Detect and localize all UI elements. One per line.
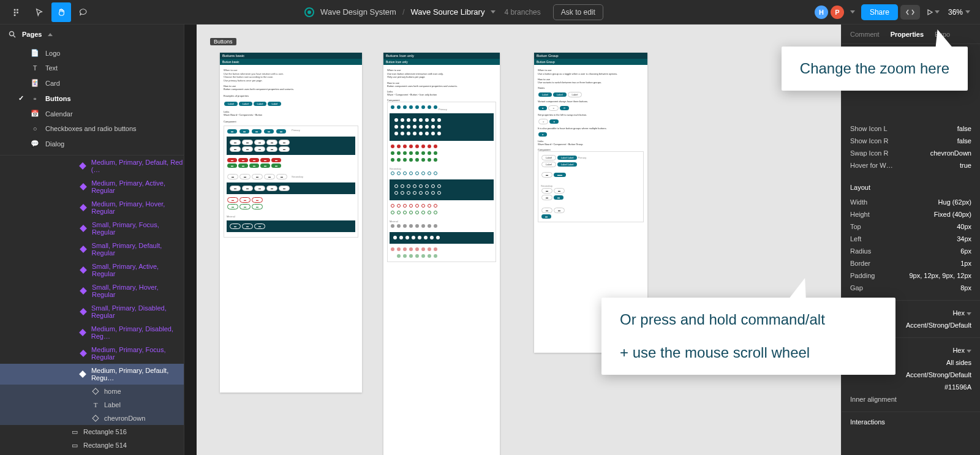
layer-row[interactable]: Medium, Primary, Default, Regu… (0, 364, 184, 385)
component-properties: Show Icon LfalseShow Icon RfalseSwap Ico… (842, 116, 980, 178)
layer-row[interactable]: Medium, Primary, Hover, Regular (0, 197, 184, 218)
property-row[interactable]: Show Icon Lfalse (850, 122, 971, 135)
page-item[interactable]: ✓▫Buttons (0, 91, 184, 106)
project-name[interactable]: Wave Design System (320, 7, 396, 17)
layout-section: Layout WidthHug (62px)HeightFixed (40px)… (842, 178, 980, 300)
page-item[interactable]: 📄Logo (0, 45, 184, 61)
layer-row[interactable]: TLabel (0, 398, 184, 412)
artboard-title: Buttons Icon only (383, 53, 500, 59)
share-button[interactable]: Share (861, 4, 898, 20)
page-list: 📄LogoTText🃏Card✓▫Buttons📅Calendar○Checkb… (0, 44, 184, 152)
hex-label[interactable]: Hex (952, 347, 965, 354)
artboard-buttons-icon[interactable]: Buttons Icon only Button Icon only When … (383, 53, 500, 455)
breadcrumb[interactable]: Wave Design System / Wave Source Library… (304, 4, 603, 20)
page-item[interactable]: 📅Calendar (0, 106, 184, 121)
layer-row[interactable]: Medium, Primary, Disabled, Reg… (0, 322, 184, 343)
section-title: Layout (850, 184, 971, 191)
layer-row[interactable]: chevronDown (0, 412, 184, 425)
property-row[interactable]: Radius6px (850, 245, 971, 257)
chevron-down-icon[interactable] (491, 10, 496, 13)
dev-mode-button[interactable] (900, 5, 920, 20)
color-value[interactable]: #11596A (944, 383, 971, 391)
interactions-section: Interactions (842, 412, 980, 437)
artboard-subtitle: Button Icon only (383, 59, 500, 65)
tooltip-text: + use the mouse scroll wheel (620, 344, 877, 361)
property-row[interactable]: Gap8px (850, 282, 971, 294)
comment-tool[interactable] (74, 2, 93, 22)
tooltip-text: Change the zoom here (800, 60, 949, 77)
page-item[interactable]: ○Checkboxes and radio buttons (0, 121, 184, 136)
page-item[interactable]: 🃏Card (0, 75, 184, 91)
artboard-buttons-basic[interactable]: Buttons basic Button basic When to useUs… (220, 53, 362, 393)
present-button[interactable] (922, 9, 943, 16)
tooltip-zoom: Change the zoom here (782, 47, 968, 91)
pages-header[interactable]: Pages (0, 24, 184, 44)
svg-rect-4 (17, 12, 18, 13)
svg-rect-0 (14, 9, 16, 10)
menu-button[interactable] (7, 2, 27, 22)
layer-row[interactable]: Small, Primary, Focus, Regular (0, 218, 184, 239)
tooltip-scroll: Or press and hold command/alt + use the … (601, 298, 895, 375)
layer-row[interactable]: Small, Primary, Disabled, Regular (0, 301, 184, 322)
layer-row[interactable]: Small, Primary, Hover, Regular (0, 280, 184, 301)
move-tool[interactable] (29, 2, 49, 22)
canvas[interactable]: Buttons Buttons basic Button basic When … (184, 24, 841, 455)
svg-point-5 (10, 32, 14, 36)
property-row[interactable]: Swap Icon RchevronDown (850, 147, 971, 159)
top-toolbar: Wave Design System / Wave Source Library… (0, 0, 980, 24)
zoom-value: 36% (948, 8, 963, 17)
file-name[interactable]: Wave Source Library (411, 7, 485, 17)
artboard-title: Button Group (534, 53, 647, 59)
tab-properties[interactable]: Properties (891, 31, 924, 38)
left-panel: Pages 📄LogoTText🃏Card✓▫Buttons📅Calendar○… (0, 24, 184, 455)
property-row[interactable]: HeightFixed (40px) (850, 208, 971, 220)
artboard-subtitle: Button Group (534, 59, 647, 65)
layer-row[interactable]: Medium, Primary, Default, Red (… (0, 156, 184, 176)
page-item[interactable]: 💬Dialog (0, 136, 184, 151)
chevron-up-icon (48, 33, 53, 36)
svg-rect-2 (14, 14, 16, 16)
artboard-title: Buttons basic (220, 53, 362, 59)
layer-list: Medium, Primary, Default, Red (…Medium, … (0, 156, 184, 455)
svg-rect-3 (17, 9, 18, 10)
layer-row[interactable]: ▭Rectangle 516 (0, 425, 184, 438)
frame-label: Buttons (210, 38, 236, 45)
artboard-subtitle: Button basic (220, 59, 362, 65)
svg-rect-1 (14, 12, 16, 13)
layer-row[interactable]: Small, Primary, Active, Regular (0, 260, 184, 280)
chevron-down-icon[interactable] (850, 10, 855, 13)
ask-to-edit-button[interactable]: Ask to edit (553, 4, 603, 20)
tooltip-text: Or press and hold command/alt (620, 311, 877, 328)
property-row[interactable]: Left34px (850, 233, 971, 245)
zoom-control[interactable]: 36% (946, 8, 973, 17)
property-row[interactable]: WidthHug (62px) (850, 196, 971, 208)
property-row[interactable]: Top40px (850, 220, 971, 233)
property-row[interactable]: Hover for W…true (850, 159, 971, 171)
tab-comment[interactable]: Comment (850, 31, 880, 38)
avatar[interactable]: P (831, 6, 844, 19)
svg-line-6 (13, 36, 15, 37)
layer-row[interactable]: Medium, Primary, Focus, Regular (0, 343, 184, 364)
property-row[interactable]: Border1px (850, 257, 971, 269)
layer-row[interactable]: Medium, Primary, Active, Regular (0, 176, 184, 197)
avatar[interactable]: H (815, 6, 828, 19)
layer-row[interactable]: ⊞Group 1 (0, 452, 184, 455)
hex-label[interactable]: Hex (952, 309, 965, 317)
layer-row[interactable]: Small, Primary, Default, Regular (0, 239, 184, 260)
pages-label: Pages (22, 31, 42, 38)
property-row[interactable]: Padding9px, 12px, 9px, 12px (850, 269, 971, 282)
inner-alignment: Inner alignment (850, 396, 897, 403)
hand-tool[interactable] (51, 2, 71, 22)
branches-count[interactable]: 4 branches (504, 8, 540, 17)
layer-row[interactable]: ▭Rectangle 514 (0, 438, 184, 452)
section-title: Interactions (850, 418, 971, 426)
search-icon (9, 31, 16, 38)
property-row[interactable]: Show Icon Rfalse (850, 135, 971, 147)
layer-row[interactable]: home (0, 385, 184, 398)
page-item[interactable]: TText (0, 61, 184, 75)
inspector-tabs: Comment Properties Expo (842, 24, 980, 44)
project-icon (304, 7, 314, 17)
